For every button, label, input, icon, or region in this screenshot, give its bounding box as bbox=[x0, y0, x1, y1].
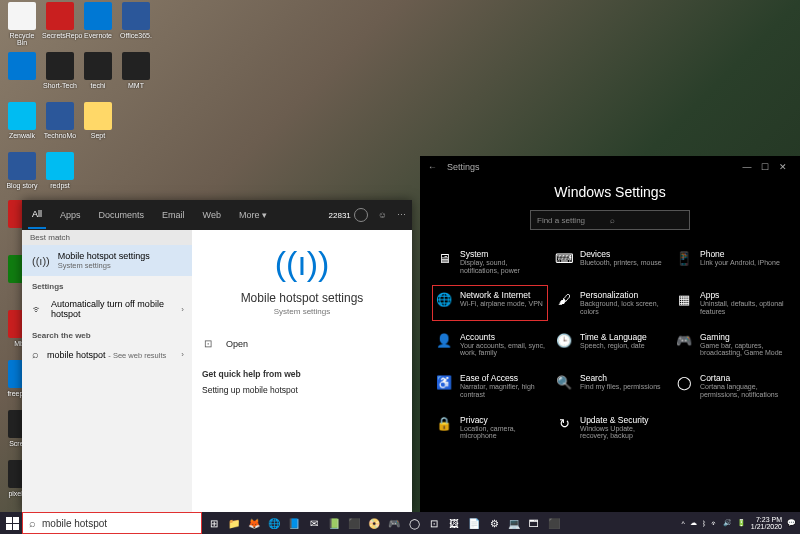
desktop-icon[interactable]: Blog story bbox=[4, 152, 40, 189]
search-tab-apps[interactable]: Apps bbox=[56, 202, 85, 228]
more-icon[interactable]: ⋯ bbox=[397, 210, 406, 220]
settings-category-devices[interactable]: ⌨DevicesBluetooth, printers, mouse bbox=[552, 244, 668, 279]
icon-image bbox=[122, 52, 150, 80]
desktop-icon[interactable]: Evernote bbox=[80, 2, 116, 39]
taskbar-app[interactable]: 🎮 bbox=[384, 513, 404, 533]
search-tab-web[interactable]: Web bbox=[199, 202, 225, 228]
volume-icon[interactable]: 🔊 bbox=[723, 519, 732, 527]
taskbar-search-box[interactable]: ⌕ mobile hotspot bbox=[22, 512, 202, 534]
taskbar-app[interactable]: 📁 bbox=[224, 513, 244, 533]
search-tab-email[interactable]: Email bbox=[158, 202, 189, 228]
settings-category-personalization[interactable]: 🖌PersonalizationBackground, lock screen,… bbox=[552, 285, 668, 320]
taskbar-app[interactable]: 📗 bbox=[324, 513, 344, 533]
taskbar-app[interactable]: 📀 bbox=[364, 513, 384, 533]
category-desc: Link your Android, iPhone bbox=[700, 259, 780, 267]
settings-category-system[interactable]: 🖥SystemDisplay, sound, notifications, po… bbox=[432, 244, 548, 279]
category-desc: Bluetooth, printers, mouse bbox=[580, 259, 662, 267]
category-icon: 🌐 bbox=[435, 290, 453, 308]
category-title: Phone bbox=[700, 249, 780, 259]
category-icon: 🕒 bbox=[555, 332, 573, 350]
settings-category-network-internet[interactable]: 🌐Network & InternetWi-Fi, airplane mode,… bbox=[432, 285, 548, 320]
search-results-left: Best match ((ı)) Mobile hotspot settings… bbox=[22, 230, 192, 512]
battery-icon[interactable]: 🔋 bbox=[737, 519, 746, 527]
settings-category-update-security[interactable]: ↻Update & SecurityWindows Update, recove… bbox=[552, 410, 668, 445]
category-desc: Find my files, permissions bbox=[580, 383, 661, 391]
web-result[interactable]: ⌕ mobile hotspot - See web results › bbox=[22, 342, 192, 366]
settings-category-ease-of-access[interactable]: ♿Ease of AccessNarrator, magnifier, high… bbox=[432, 368, 548, 403]
result-title: Automatically turn off mobile hotspot bbox=[51, 299, 173, 319]
bluetooth-icon[interactable]: ᛒ bbox=[702, 520, 706, 527]
taskbar-app[interactable]: ⬛ bbox=[344, 513, 364, 533]
taskbar-app[interactable]: 📄 bbox=[464, 513, 484, 533]
desktop-icon[interactable]: Zenwalk bbox=[4, 102, 40, 139]
taskbar-app[interactable]: ⚙ bbox=[484, 513, 504, 533]
search-tab-documents[interactable]: Documents bbox=[95, 202, 149, 228]
desktop-icon[interactable]: redpst bbox=[42, 152, 78, 189]
settings-category-search[interactable]: 🔍SearchFind my files, permissions bbox=[552, 368, 668, 403]
category-desc: Game bar, captures, broadcasting, Game M… bbox=[700, 342, 785, 357]
icon-image bbox=[46, 52, 74, 80]
settings-app-title: Settings bbox=[447, 162, 480, 172]
maximize-button[interactable]: ☐ bbox=[756, 162, 774, 172]
quick-help-link[interactable]: Setting up mobile hotspot bbox=[202, 385, 402, 395]
start-button[interactable] bbox=[2, 513, 22, 533]
taskbar-app[interactable]: 📘 bbox=[284, 513, 304, 533]
feedback-icon[interactable]: ☺ bbox=[378, 210, 387, 220]
search-tab-all[interactable]: All bbox=[28, 201, 46, 229]
taskbar-app[interactable]: ✉ bbox=[304, 513, 324, 533]
best-match-result[interactable]: ((ı)) Mobile hotspot settings System set… bbox=[22, 245, 192, 276]
desktop-icon[interactable]: Recycle Bin bbox=[4, 2, 40, 46]
category-title: Time & Language bbox=[580, 332, 647, 342]
onedrive-icon[interactable]: ☁ bbox=[690, 519, 697, 527]
desktop-icon[interactable] bbox=[4, 52, 40, 82]
settings-category-cortana[interactable]: ◯CortanaCortana language, permissions, n… bbox=[672, 368, 788, 403]
settings-category-phone[interactable]: 📱PhoneLink your Android, iPhone bbox=[672, 244, 788, 279]
rewards-points[interactable]: 22831 bbox=[329, 208, 368, 222]
taskbar-app[interactable]: ⬛ bbox=[544, 513, 564, 533]
desktop-icon[interactable]: Short-Tech bbox=[42, 52, 78, 89]
task-view-button[interactable]: ⊞ bbox=[204, 513, 224, 533]
taskbar-app[interactable]: 🗔 bbox=[524, 513, 544, 533]
wifi-icon[interactable]: ᯤ bbox=[711, 520, 718, 527]
settings-category-apps[interactable]: ▦AppsUninstall, defaults, optional featu… bbox=[672, 285, 788, 320]
taskbar-app[interactable]: 🖼 bbox=[444, 513, 464, 533]
category-icon: 👤 bbox=[435, 332, 453, 350]
minimize-button[interactable]: — bbox=[738, 162, 756, 172]
clock[interactable]: 7:23 PM 1/21/2020 bbox=[751, 516, 782, 530]
taskbar-app[interactable]: 💻 bbox=[504, 513, 524, 533]
taskbar-app[interactable]: ◯ bbox=[404, 513, 424, 533]
date: 1/21/2020 bbox=[751, 523, 782, 530]
desktop-icon[interactable]: TechnoMo bbox=[42, 102, 78, 139]
taskbar-app[interactable]: ⊡ bbox=[424, 513, 444, 533]
back-icon[interactable]: ← bbox=[428, 162, 437, 172]
search-query-text: mobile hotspot bbox=[42, 518, 107, 529]
chevron-right-icon: › bbox=[181, 350, 184, 359]
settings-category-privacy[interactable]: 🔒PrivacyLocation, camera, microphone bbox=[432, 410, 548, 445]
notifications-icon[interactable]: 💬 bbox=[787, 519, 796, 527]
settings-category-gaming[interactable]: 🎮GamingGame bar, captures, broadcasting,… bbox=[672, 327, 788, 362]
category-icon: ⌨ bbox=[555, 249, 573, 267]
settings-result[interactable]: ᯤ Automatically turn off mobile hotspot … bbox=[22, 293, 192, 325]
detail-sub: System settings bbox=[202, 307, 402, 316]
icon-label: Evernote bbox=[80, 32, 116, 39]
search-tab-more[interactable]: More ▾ bbox=[235, 202, 271, 228]
settings-category-accounts[interactable]: 👤AccountsYour accounts, email, sync, wor… bbox=[432, 327, 548, 362]
desktop-icon[interactable]: SecretsRepo bbox=[42, 2, 78, 39]
close-button[interactable]: ✕ bbox=[774, 162, 792, 172]
category-title: Accounts bbox=[460, 332, 545, 342]
settings-category-time-language[interactable]: 🕒Time & LanguageSpeech, region, date bbox=[552, 327, 668, 362]
category-title: Devices bbox=[580, 249, 662, 259]
desktop-icon[interactable]: Office365. bbox=[118, 2, 154, 39]
system-tray[interactable]: ^ ☁ ᛒ ᯤ 🔊 🔋 7:23 PM 1/21/2020 💬 bbox=[682, 516, 798, 530]
icon-label: MMT bbox=[118, 82, 154, 89]
tray-icon[interactable]: ^ bbox=[682, 520, 685, 527]
taskbar-app[interactable]: 🌐 bbox=[264, 513, 284, 533]
desktop-icon[interactable]: techi bbox=[80, 52, 116, 89]
icon-image bbox=[84, 102, 112, 130]
settings-search-input[interactable]: Find a setting ⌕ bbox=[530, 210, 690, 230]
taskbar-app[interactable]: 🦊 bbox=[244, 513, 264, 533]
open-action[interactable]: ⊡ Open bbox=[202, 334, 402, 353]
desktop-icon[interactable]: Sept bbox=[80, 102, 116, 139]
desktop-icon[interactable]: MMT bbox=[118, 52, 154, 89]
category-title: Gaming bbox=[700, 332, 785, 342]
